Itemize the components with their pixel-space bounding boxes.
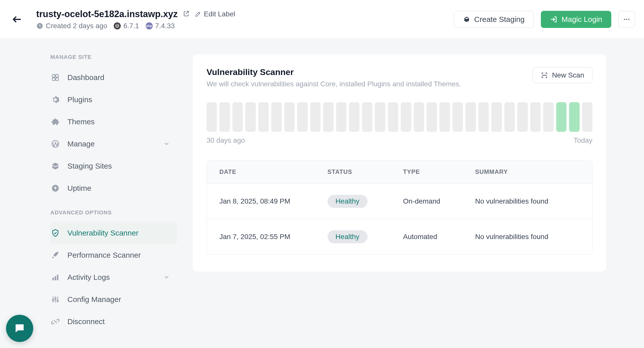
cell-summary: No vulnerabilities found: [475, 197, 580, 205]
history-bar: [453, 102, 463, 132]
site-info: trusty-ocelot-5e182a.instawp.xyz Edit La…: [36, 9, 454, 30]
edit-label-button[interactable]: Edit Label: [195, 10, 235, 18]
svg-point-14: [55, 298, 56, 299]
history-bar: [271, 102, 281, 132]
scan-icon: [541, 72, 548, 79]
history-bar: [258, 102, 269, 132]
th-summary: SUMMARY: [475, 168, 580, 175]
wp-version: 6.7.1: [114, 22, 139, 30]
sidebar-item-label: Disconnect: [67, 317, 105, 326]
sidebar-item-staging[interactable]: Staging Sites: [50, 155, 177, 177]
svg-point-15: [57, 300, 58, 302]
sidebar-item-label: Themes: [67, 118, 95, 126]
more-menu-button[interactable]: [618, 11, 635, 28]
create-staging-button[interactable]: Create Staging: [454, 11, 534, 28]
history-bar: [349, 102, 359, 132]
cell-status: Healthy: [328, 230, 403, 243]
history-bar: [556, 102, 567, 132]
sidebar-item-performance-scanner[interactable]: Performance Scanner: [50, 244, 177, 266]
panel-subtitle: We will check vulnerabilities against Co…: [207, 80, 461, 88]
history-bar: [375, 102, 385, 132]
svg-rect-11: [55, 276, 56, 281]
th-date: DATE: [219, 168, 328, 175]
nav-section-advanced: ADVANCED OPTIONS: [50, 209, 177, 216]
sidebar-item-label: Manage: [67, 140, 95, 148]
new-scan-button[interactable]: New Scan: [533, 67, 592, 83]
scan-results-table: DATE STATUS TYPE SUMMARY Jan 8, 2025, 08…: [207, 160, 592, 255]
history-bar: [517, 102, 528, 132]
sidebar-item-label: Uptime: [67, 184, 91, 192]
sidebar-item-disconnect[interactable]: Disconnect: [50, 311, 177, 333]
wordpress-outline-icon: [51, 139, 60, 148]
open-site-link[interactable]: [183, 10, 190, 18]
sidebar-item-label: Dashboard: [67, 73, 104, 82]
clock-icon: [36, 22, 43, 29]
history-bar: [478, 102, 489, 132]
back-button[interactable]: [9, 11, 25, 27]
table-row[interactable]: Jan 7, 2025, 02:55 PMHealthyAutomatedNo …: [207, 219, 592, 254]
cell-type: Automated: [403, 233, 475, 241]
unlink-icon: [51, 317, 60, 326]
edit-label-text: Edit Label: [204, 10, 235, 18]
table-header: DATE STATUS TYPE SUMMARY: [207, 160, 592, 183]
login-icon: [550, 16, 557, 23]
history-bar: [569, 102, 579, 132]
puzzle-icon: [51, 117, 60, 126]
cell-date: Jan 7, 2025, 02:55 PM: [219, 233, 328, 241]
magic-login-button[interactable]: Magic Login: [541, 11, 611, 28]
sidebar-item-vulnerability-scanner[interactable]: Vulnerability Scanner: [50, 222, 177, 244]
range-start-label: 30 days ago: [207, 136, 245, 144]
history-bar: [219, 102, 230, 132]
history-bar: [491, 102, 502, 132]
sidebar-item-label: Config Manager: [67, 295, 121, 304]
arrow-left-icon: [12, 14, 23, 25]
history-bar: [414, 102, 424, 132]
sidebar-item-activity-logs[interactable]: Activity Logs: [50, 266, 177, 288]
svg-rect-4: [52, 74, 55, 77]
sidebar-item-plugins[interactable]: Plugins: [50, 89, 177, 111]
sidebar-item-config-manager[interactable]: Config Manager: [50, 288, 177, 311]
cell-date: Jan 8, 2025, 08:49 PM: [219, 197, 328, 205]
history-bar: [284, 102, 295, 132]
sidebar-item-themes[interactable]: Themes: [50, 111, 177, 133]
history-bar: [543, 102, 553, 132]
status-badge: Healthy: [328, 230, 368, 243]
history-bar: [582, 102, 592, 132]
chevron-down-icon: [163, 140, 170, 147]
cell-type: On-demand: [403, 197, 475, 205]
th-status: STATUS: [328, 168, 403, 175]
rocket-icon: [51, 251, 60, 260]
grid-icon: [51, 73, 60, 82]
arrow-up-circle-icon: [51, 184, 60, 193]
status-badge: Healthy: [328, 195, 368, 208]
sidebar-item-label: Plugins: [67, 95, 92, 104]
history-bar: [388, 102, 398, 132]
history-bar: [245, 102, 256, 132]
history-bar: [465, 102, 476, 132]
sidebar-item-label: Vulnerability Scanner: [67, 229, 138, 237]
sidebar-item-manage[interactable]: Manage: [50, 133, 177, 155]
sidebar-item-label: Performance Scanner: [67, 251, 141, 259]
history-bar: [504, 102, 515, 132]
sliders-icon: [51, 295, 60, 304]
table-row[interactable]: Jan 8, 2025, 08:49 PMHealthyOn-demandNo …: [207, 183, 592, 219]
gear-icon: [51, 95, 60, 104]
svg-point-1: [624, 19, 625, 20]
sidebar-item-dashboard[interactable]: Dashboard: [50, 66, 177, 89]
pencil-icon: [195, 11, 201, 17]
history-bar: [439, 102, 450, 132]
panel-title: Vulnerability Scanner: [207, 67, 461, 77]
chart-icon: [51, 273, 60, 282]
cube-icon: [463, 16, 470, 23]
history-bar: [232, 102, 243, 132]
history-bar: [401, 102, 411, 132]
history-bar: [427, 102, 437, 132]
chat-fab[interactable]: [6, 315, 33, 342]
header-actions: Create Staging Magic Login: [454, 11, 635, 28]
history-bar: [362, 102, 372, 132]
sidebar-item-uptime[interactable]: Uptime: [50, 177, 177, 199]
sidebar-item-label: Activity Logs: [67, 273, 110, 282]
history-bars: [207, 102, 592, 132]
external-link-icon: [183, 10, 190, 17]
history-bar: [310, 102, 320, 132]
